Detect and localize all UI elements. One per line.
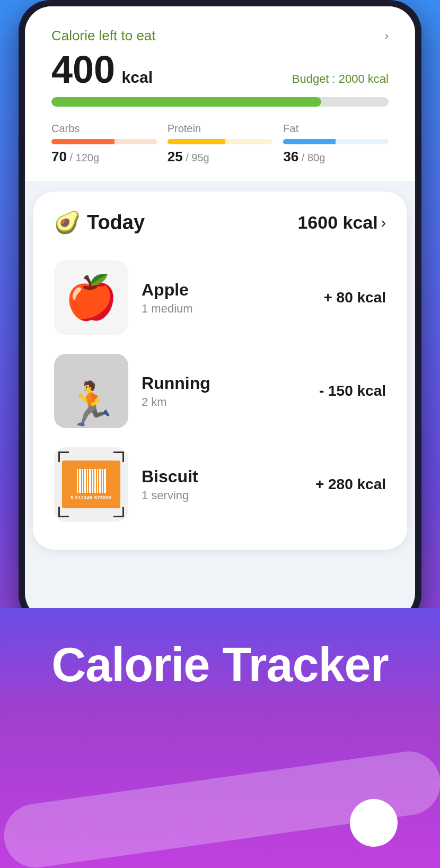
avocado-icon: 🥑 bbox=[54, 210, 81, 235]
macro-fat: Fat 36 / 80g bbox=[283, 123, 389, 165]
running-visual: 🏃 bbox=[54, 354, 128, 428]
bottom-section: Calorie Tracker bbox=[0, 608, 440, 868]
budget-text: Budget : 2000 kcal bbox=[292, 72, 389, 86]
list-item[interactable]: 5 012345 678900 Biscuit 1 serving + 280 … bbox=[54, 438, 386, 531]
macro-protein-values: 25 / 95g bbox=[168, 149, 273, 165]
today-title: Today bbox=[87, 211, 145, 234]
today-left: 🥑 Today bbox=[54, 210, 145, 235]
apple-info: Apple 1 medium bbox=[142, 280, 310, 316]
macro-fat-values: 36 / 80g bbox=[283, 149, 389, 165]
macro-protein-label: Protein bbox=[168, 123, 273, 135]
macro-carbs-current: 70 bbox=[51, 149, 67, 164]
today-total-kcal: 1600 kcal bbox=[297, 212, 377, 233]
calorie-display: 400 kcal bbox=[51, 50, 153, 89]
apple-detail: 1 medium bbox=[142, 302, 310, 316]
macros-row: Carbs 70 / 120g Protein 25 / 95g bbox=[51, 123, 389, 165]
macro-fat-label: Fat bbox=[283, 123, 389, 135]
apple-calories: + 80 kcal bbox=[323, 289, 386, 306]
macro-fat-bar bbox=[283, 139, 389, 144]
list-item[interactable]: 🏃 Running 2 km - 150 kcal bbox=[54, 344, 386, 438]
barcode-corners bbox=[54, 447, 128, 522]
calorie-tracker-title: Calorie Tracker bbox=[30, 640, 409, 690]
macro-protein-total: / 95g bbox=[186, 152, 209, 163]
apple-icon: 🍎 bbox=[65, 276, 118, 319]
biscuit-info: Biscuit 1 serving bbox=[142, 467, 302, 502]
macro-protein-current: 25 bbox=[168, 149, 183, 164]
list-item[interactable]: 🍎 Apple 1 medium + 80 kcal bbox=[54, 251, 386, 344]
today-card: 🥑 Today 1600 kcal › 🍎 Apple 1 medium + 8… bbox=[33, 192, 407, 550]
running-calories: - 150 kcal bbox=[319, 383, 386, 400]
today-kcal-group[interactable]: 1600 kcal › bbox=[297, 212, 386, 233]
macro-carbs: Carbs 70 / 120g bbox=[51, 123, 157, 165]
apple-name: Apple bbox=[142, 280, 310, 300]
corner-tr bbox=[113, 452, 124, 462]
biscuit-name: Biscuit bbox=[142, 467, 302, 487]
biscuit-detail: 1 serving bbox=[142, 489, 302, 502]
running-image: 🏃 bbox=[54, 354, 128, 428]
corner-tl bbox=[58, 452, 69, 462]
macro-carbs-total: / 120g bbox=[69, 152, 99, 163]
macro-protein-bar bbox=[168, 139, 273, 144]
calorie-chevron-icon[interactable]: › bbox=[385, 29, 389, 43]
calorie-label-row: Calorie left to eat › bbox=[51, 28, 389, 44]
calorie-left-label: Calorie left to eat bbox=[51, 28, 156, 44]
circle-decoration bbox=[350, 799, 398, 847]
calorie-amount: 400 bbox=[51, 48, 115, 91]
macro-fat-current: 36 bbox=[283, 149, 298, 164]
corner-br bbox=[113, 507, 124, 517]
calorie-main-row: 400 kcal Budget : 2000 kcal bbox=[51, 50, 389, 89]
macro-fat-total: / 80g bbox=[302, 152, 325, 163]
running-detail: 2 km bbox=[142, 395, 306, 409]
macro-protein: Protein 25 / 95g bbox=[168, 123, 273, 165]
macro-carbs-values: 70 / 120g bbox=[51, 149, 157, 165]
running-name: Running bbox=[142, 374, 306, 393]
calorie-progress-bar bbox=[51, 97, 389, 107]
macro-carbs-label: Carbs bbox=[51, 123, 157, 135]
barcode-image: 5 012345 678900 bbox=[54, 447, 128, 522]
running-info: Running 2 km bbox=[142, 374, 306, 409]
corner-bl bbox=[58, 507, 69, 517]
calorie-progress-fill bbox=[51, 97, 321, 107]
macro-carbs-bar bbox=[51, 139, 157, 144]
phone-screen: Calorie left to eat › 400 kcal Budget : … bbox=[25, 6, 415, 620]
today-header: 🥑 Today 1600 kcal › bbox=[54, 210, 386, 235]
calorie-header: Calorie left to eat › 400 kcal Budget : … bbox=[25, 6, 415, 181]
barcode-visual: 5 012345 678900 bbox=[54, 447, 128, 522]
phone-frame: Calorie left to eat › 400 kcal Budget : … bbox=[19, 0, 421, 626]
running-icon: 🏃 bbox=[65, 383, 118, 426]
calorie-unit: kcal bbox=[122, 68, 153, 86]
apple-image: 🍎 bbox=[54, 261, 128, 335]
today-chevron-icon: › bbox=[381, 214, 386, 231]
biscuit-calories: + 280 kcal bbox=[315, 476, 386, 493]
